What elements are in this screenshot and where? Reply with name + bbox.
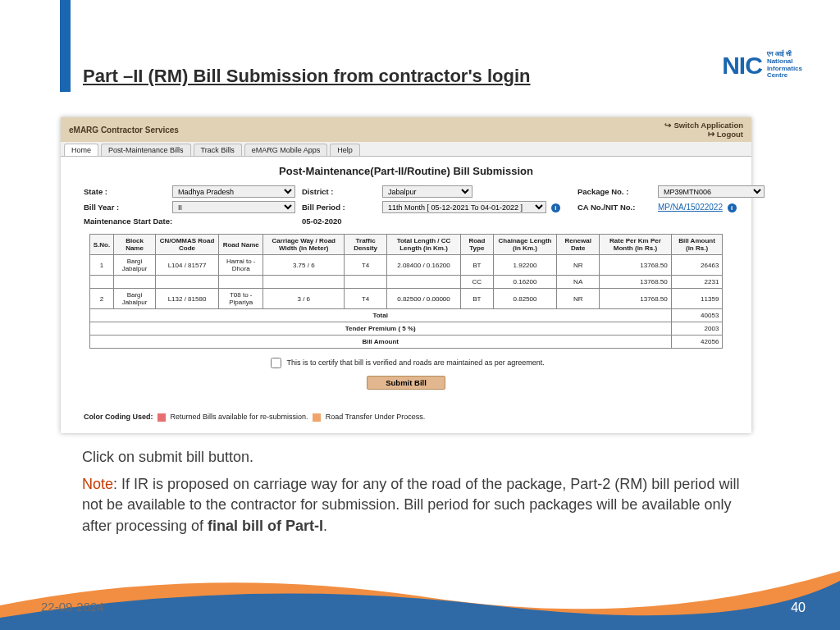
certify-row: This is to certify that bill is verified…: [69, 355, 743, 371]
cell-td: [345, 276, 387, 289]
app-content: Post-Maintenance(Part-II/Routine) Bill S…: [61, 157, 751, 433]
slide-title: Part –II (RM) Bill Submission from contr…: [83, 66, 531, 86]
cell-amt: 2231: [671, 276, 723, 289]
cell-tl: 2.08400 / 0.16200: [387, 255, 461, 276]
slide-accent-bar: [60, 0, 71, 92]
cell-sno: 2: [89, 289, 113, 309]
cell-road: [219, 276, 263, 289]
cell-tl: 0.82500 / 0.00000: [387, 289, 461, 309]
cell-rd: NR: [557, 289, 600, 309]
certify-text: This is to certify that bill is verified…: [287, 358, 545, 367]
table-row: CC0.16200NA13768.502231: [89, 276, 723, 289]
logo-subtext: एन आई सी National Informatics Centre: [767, 51, 802, 80]
app-topbar: eMARG Contractor Services ↪ Switch Appli…: [61, 117, 751, 142]
col-header: Road Name: [219, 235, 263, 255]
district-label: District :: [302, 187, 376, 196]
footer-page: 40: [791, 600, 806, 615]
tab-home[interactable]: Home: [64, 144, 98, 156]
col-header: Rate Per Km Per Month (in Rs.): [600, 235, 672, 255]
bill-value: 42056: [671, 336, 723, 349]
tab-post-maintenance[interactable]: Post-Maintenance Bills: [101, 144, 191, 156]
period-cell: 11th Month [ 05-12-2021 To 04-01-2022 ] …: [382, 201, 571, 213]
bill-label: Bill Amount: [89, 336, 671, 349]
app-window: eMARG Contractor Services ↪ Switch Appli…: [61, 117, 751, 433]
cell-sno: [89, 276, 113, 289]
switch-app-link[interactable]: ↪ Switch Application: [664, 121, 743, 130]
premium-label: Tender Premium ( 5 %): [89, 322, 671, 336]
col-header: Total Length / CC Length (in Km.): [387, 235, 461, 255]
logout-icon: ↦: [708, 130, 714, 139]
switch-icon: ↪: [664, 121, 671, 130]
cell-rate: 13768.50: [600, 289, 672, 309]
cell-td: T4: [345, 255, 387, 276]
tab-mobile-apps[interactable]: eMARG Mobile Apps: [244, 144, 328, 156]
ca-label: CA No./NIT No.:: [578, 203, 651, 212]
district-select[interactable]: Jabalpur: [382, 185, 472, 198]
tab-help[interactable]: Help: [330, 144, 360, 156]
total-label: Total: [89, 309, 671, 322]
cell-code: L104 / 81577: [155, 255, 218, 276]
year-label: Bill Year :: [84, 203, 166, 212]
ca-cell: MP/NA/15022022 i: [658, 203, 765, 212]
state-select[interactable]: Madhya Pradesh: [172, 185, 295, 198]
legend: Color Coding Used: Returned Bills availa…: [84, 413, 728, 422]
package-select[interactable]: MP39MTN006: [658, 185, 765, 198]
app-brand: eMARG Contractor Services: [69, 126, 179, 135]
state-label: State :: [84, 187, 166, 196]
filter-form: State : Madhya Pradesh District : Jabalp…: [84, 185, 728, 226]
cell-rt: CC: [460, 276, 493, 289]
col-header: Traffic Density: [345, 235, 387, 255]
col-header: Renewal Date: [557, 235, 600, 255]
info-icon[interactable]: i: [728, 203, 737, 212]
page-heading: Post-Maintenance(Part-II/Routine) Bill S…: [69, 165, 743, 177]
cell-sno: 1: [89, 255, 113, 276]
cell-block: Bargi Jabalpur: [114, 255, 156, 276]
bill-table: S.No.Block NameCN/OMMAS Road CodeRoad Na…: [89, 234, 724, 349]
logout-link[interactable]: ↦ Logout: [708, 130, 743, 139]
cell-rt: BT: [460, 255, 493, 276]
cell-code: [155, 276, 218, 289]
col-header: Carriage Way / Road Width (in Meter): [263, 235, 345, 255]
cell-amt: 11359: [671, 289, 723, 309]
narrative: Click on submit bill button. Note: If IR…: [82, 447, 755, 536]
col-header: Chainage Length (in Km.): [493, 235, 556, 255]
table-row: 1Bargi JabalpurL104 / 81577Harrai to - D…: [89, 255, 723, 276]
col-header: S.No.: [89, 235, 113, 255]
period-select[interactable]: 11th Month [ 05-12-2021 To 04-01-2022 ]: [382, 201, 546, 213]
cell-cl: 1.92200: [493, 255, 556, 276]
cell-rate: 13768.50: [600, 255, 672, 276]
col-header: Block Name: [114, 235, 156, 255]
submit-bill-button[interactable]: Submit Bill: [367, 376, 445, 390]
cell-cw: [263, 276, 345, 289]
narr-line2: Note: If IR is proposed on carriage way …: [82, 474, 755, 536]
table-row: 2Bargi JabalpurL132 / 81580T08 to - Pipa…: [89, 289, 723, 309]
info-icon[interactable]: i: [551, 203, 560, 212]
nav-tabs: Home Post-Maintenance Bills Track Bills …: [61, 142, 751, 157]
cell-rd: NR: [557, 255, 600, 276]
ca-link[interactable]: MP/NA/15022022: [658, 203, 723, 212]
cell-rt: BT: [460, 289, 493, 309]
logo-text: NIC: [722, 52, 762, 80]
cell-cw: 3.75 / 6: [263, 255, 345, 276]
cell-cl: 0.82500: [493, 289, 556, 309]
cell-block: Bargi Jabalpur: [114, 289, 156, 309]
mstart-label: Maintenance Start Date:: [84, 217, 295, 226]
cell-cl: 0.16200: [493, 276, 556, 289]
cell-road: T08 to - Pipariya: [219, 289, 263, 309]
period-label: Bill Period :: [302, 203, 376, 212]
mstart-value: 05-02-2020: [302, 217, 376, 226]
year-select[interactable]: II: [172, 201, 295, 213]
col-header: Bill Amount (in Rs.): [671, 235, 723, 255]
certify-checkbox[interactable]: [271, 358, 281, 368]
cell-rate: 13768.50: [600, 276, 672, 289]
cell-amt: 26463: [671, 255, 723, 276]
footer-wave: [0, 556, 840, 630]
legend-swatch-2: [313, 413, 321, 422]
total-value: 40053: [671, 309, 723, 322]
legend-swatch-1: [158, 413, 166, 422]
cell-rd: NA: [557, 276, 600, 289]
package-label: Package No. :: [578, 187, 651, 196]
cell-td: T4: [345, 289, 387, 309]
tab-track-bills[interactable]: Track Bills: [194, 144, 242, 156]
cell-tl: [387, 276, 461, 289]
